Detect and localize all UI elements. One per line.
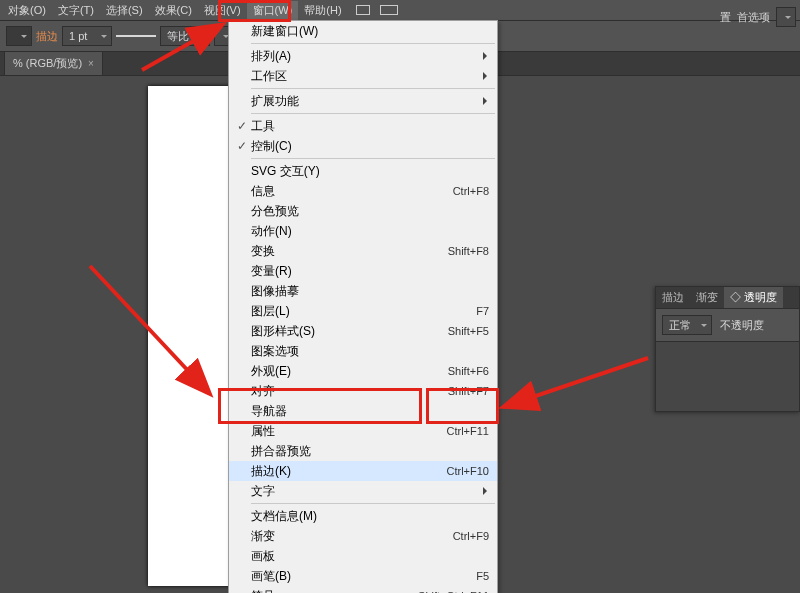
menu-item[interactable]: 描边(K)Ctrl+F10 bbox=[229, 461, 497, 481]
check-icon: ✓ bbox=[233, 139, 251, 153]
menu-item-label: 拼合器预览 bbox=[251, 443, 489, 460]
menu-separator bbox=[251, 158, 495, 159]
menu-item-label: 文字 bbox=[251, 483, 489, 500]
menu-item[interactable]: 图层(L)F7 bbox=[229, 301, 497, 321]
menu-item-label: 画板 bbox=[251, 548, 489, 565]
menu-item-label: SVG 交互(Y) bbox=[251, 163, 489, 180]
menu-item-shortcut: Shift+F8 bbox=[448, 245, 489, 257]
menu-item-label: 动作(N) bbox=[251, 223, 489, 240]
stroke-label: 描边 bbox=[36, 29, 58, 44]
menu-item[interactable]: 画板 bbox=[229, 546, 497, 566]
menu-item-label: 图像描摹 bbox=[251, 283, 489, 300]
menu-item-shortcut: Ctrl+F9 bbox=[453, 530, 489, 542]
menubar-extra-icons bbox=[356, 5, 398, 15]
check-icon: ✓ bbox=[233, 119, 251, 133]
panel-tab-transparency[interactable]: ◇ 透明度 bbox=[724, 287, 783, 308]
menu-item[interactable]: 图形样式(S)Shift+F5 bbox=[229, 321, 497, 341]
svg-line-2 bbox=[506, 358, 648, 406]
annotation-arrow bbox=[142, 22, 242, 72]
menu-item[interactable]: 属性Ctrl+F11 bbox=[229, 421, 497, 441]
annotation-arrow bbox=[498, 358, 658, 428]
menu-effect[interactable]: 效果(C) bbox=[149, 1, 198, 20]
menu-item[interactable]: 图像描摹 bbox=[229, 281, 497, 301]
panel-tab-gradient[interactable]: 渐变 bbox=[690, 287, 724, 308]
menu-item-label: 渐变 bbox=[251, 528, 453, 545]
stroke-weight[interactable]: 1 pt bbox=[62, 26, 112, 46]
menu-item-label: 符号 bbox=[251, 588, 418, 594]
menu-item[interactable]: 新建窗口(W) bbox=[229, 21, 497, 41]
menu-item-label: 描边(K) bbox=[251, 463, 447, 480]
annotation-box bbox=[426, 388, 499, 424]
menu-item-label: 画笔(B) bbox=[251, 568, 476, 585]
menu-select[interactable]: 选择(S) bbox=[100, 1, 149, 20]
close-icon[interactable]: × bbox=[88, 58, 94, 69]
submenu-arrow-icon bbox=[483, 72, 491, 80]
tab-label: % (RGB/预览) bbox=[13, 56, 82, 71]
submenu-arrow-icon bbox=[483, 52, 491, 60]
menu-item[interactable]: 工作区 bbox=[229, 66, 497, 86]
menu-item-label: 工具 bbox=[251, 118, 489, 135]
menu-item[interactable]: 文档信息(M) bbox=[229, 506, 497, 526]
menu-item[interactable]: 拼合器预览 bbox=[229, 441, 497, 461]
svg-line-0 bbox=[142, 26, 220, 70]
menu-item[interactable]: 渐变Ctrl+F9 bbox=[229, 526, 497, 546]
menu-item-label: 排列(A) bbox=[251, 48, 489, 65]
menu-item-shortcut: Ctrl+F11 bbox=[447, 425, 490, 437]
menu-item[interactable]: ✓控制(C) bbox=[229, 136, 497, 156]
menu-object[interactable]: 对象(O) bbox=[2, 1, 52, 20]
menu-item-label: 扩展功能 bbox=[251, 93, 489, 110]
menu-item-shortcut: F5 bbox=[476, 570, 489, 582]
prefs-dropdown[interactable] bbox=[776, 7, 796, 27]
menu-separator bbox=[251, 113, 495, 114]
menu-item-shortcut: F7 bbox=[476, 305, 489, 317]
menu-item-label: 图形样式(S) bbox=[251, 323, 448, 340]
submenu-arrow-icon bbox=[483, 97, 491, 105]
menu-item-label: 分色预览 bbox=[251, 203, 489, 220]
document-tab[interactable]: % (RGB/预览) × bbox=[4, 51, 103, 75]
menu-item[interactable]: 文字 bbox=[229, 481, 497, 501]
menu-item[interactable]: 图案选项 bbox=[229, 341, 497, 361]
menu-item[interactable]: 变换Shift+F8 bbox=[229, 241, 497, 261]
menu-item[interactable]: 变量(R) bbox=[229, 261, 497, 281]
menu-item-label: 图层(L) bbox=[251, 303, 476, 320]
menu-item-label: 属性 bbox=[251, 423, 447, 440]
blend-mode[interactable]: 正常 bbox=[662, 315, 712, 335]
preferences-btn[interactable]: 首选项 bbox=[737, 10, 770, 25]
menu-item-shortcut: Ctrl+F10 bbox=[447, 465, 490, 477]
menu-item[interactable]: 分色预览 bbox=[229, 201, 497, 221]
menu-item-label: 变换 bbox=[251, 243, 448, 260]
menu-text[interactable]: 文字(T) bbox=[52, 1, 100, 20]
menu-item[interactable]: ✓工具 bbox=[229, 116, 497, 136]
opacity-label: 不透明度 bbox=[720, 318, 764, 333]
panel-tab-stroke[interactable]: 描边 bbox=[656, 287, 690, 308]
menu-item[interactable]: 扩展功能 bbox=[229, 91, 497, 111]
layout-icon[interactable] bbox=[380, 5, 398, 15]
annotation-arrow bbox=[90, 266, 220, 406]
layout-icon[interactable] bbox=[356, 5, 370, 15]
menu-item-label: 工作区 bbox=[251, 68, 489, 85]
transparency-panel: 描边 渐变 ◇ 透明度 正常 不透明度 bbox=[655, 286, 800, 412]
submenu-arrow-icon bbox=[483, 487, 491, 495]
menu-item-label: 控制(C) bbox=[251, 138, 489, 155]
menu-item[interactable]: 排列(A) bbox=[229, 46, 497, 66]
menu-item[interactable]: 动作(N) bbox=[229, 221, 497, 241]
menu-item-label: 变量(R) bbox=[251, 263, 489, 280]
menu-item-shortcut: Ctrl+F8 bbox=[453, 185, 489, 197]
menu-item-shortcut: Shift+F5 bbox=[448, 325, 489, 337]
menu-separator bbox=[251, 88, 495, 89]
menu-item[interactable]: 信息Ctrl+F8 bbox=[229, 181, 497, 201]
panel-preview bbox=[656, 341, 799, 411]
menu-item-label: 新建窗口(W) bbox=[251, 23, 489, 40]
fill-swatch[interactable] bbox=[6, 26, 32, 46]
menu-item[interactable]: 画笔(B)F5 bbox=[229, 566, 497, 586]
doc-setup-btn[interactable]: 置 bbox=[720, 10, 731, 25]
annotation-box bbox=[218, 388, 422, 424]
menu-item[interactable]: SVG 交互(Y) bbox=[229, 161, 497, 181]
menu-item[interactable]: 外观(E)Shift+F6 bbox=[229, 361, 497, 381]
svg-line-1 bbox=[90, 266, 208, 392]
annotation-box bbox=[218, 0, 291, 22]
menu-help[interactable]: 帮助(H) bbox=[298, 1, 347, 20]
menu-item-shortcut: Shift+F6 bbox=[448, 365, 489, 377]
menu-item-label: 文档信息(M) bbox=[251, 508, 489, 525]
menu-item[interactable]: 符号Shift+Ctrl+F11 bbox=[229, 586, 497, 593]
